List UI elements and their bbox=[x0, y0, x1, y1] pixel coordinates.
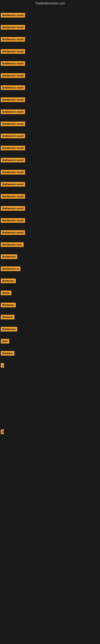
bottleneck-badge: Bottleneck result bbox=[1, 49, 25, 54]
bottleneck-badge: Bottleneck result bbox=[1, 85, 25, 90]
bottleneck-item: Bottleneck result bbox=[0, 158, 25, 162]
bottleneck-item: Bottlenec bbox=[0, 278, 16, 283]
bottleneck-badge: Bottleneck bbox=[1, 327, 17, 332]
bottleneck-badge: Bott bbox=[1, 339, 9, 344]
bottleneck-item: Bottleneck result bbox=[0, 146, 25, 150]
bottleneck-item: Bottleneck result bbox=[0, 110, 25, 114]
bottleneck-item: Bottleneck result bbox=[0, 182, 25, 186]
bottleneck-badge: Bottle bbox=[1, 290, 11, 295]
bottleneck-item: Bottleneck result bbox=[0, 206, 25, 211]
bottleneck-badge: Bottleneck result bbox=[1, 194, 25, 199]
bottleneck-item: Bottle bbox=[0, 290, 11, 295]
bottleneck-item: Bottleneck result bbox=[0, 194, 25, 199]
bottleneck-badge: | bbox=[1, 363, 4, 368]
bottleneck-badge: Bottleneck result bbox=[1, 61, 25, 66]
bottleneck-item: Bottleneck result bbox=[0, 13, 25, 18]
bottleneck-badge: Bottleneck result bbox=[1, 170, 25, 174]
bottleneck-item: | bbox=[0, 363, 4, 368]
bottleneck-item: Bottleneck re bbox=[0, 266, 20, 271]
bottleneck-badge: Bottleneck result bbox=[1, 13, 25, 18]
bottleneck-item: Bott bbox=[0, 339, 9, 344]
bottleneck-badge: B bbox=[1, 430, 4, 434]
page-title: TheBottlenecker.com bbox=[0, 0, 100, 7]
bottleneck-badge: Bottlene bbox=[1, 315, 14, 320]
bottleneck-item: Bottleneck result bbox=[0, 218, 25, 223]
bottleneck-item: Bottleneck result bbox=[0, 61, 25, 66]
bottleneck-badge: Bottlenec bbox=[1, 278, 16, 283]
bottleneck-item: Bottleneck result bbox=[0, 170, 25, 174]
bottleneck-badge: Bottleneck result bbox=[1, 25, 25, 30]
bottleneck-item: Bottleneck result bbox=[0, 49, 25, 54]
bottleneck-item: Bottlene bbox=[0, 351, 14, 356]
bottleneck-badge: Bottleneck bbox=[1, 254, 17, 259]
bottleneck-badge: Bottleneck re bbox=[1, 266, 20, 271]
bottleneck-item: Bottleneck bbox=[0, 254, 17, 259]
bottleneck-badge: Bottlene bbox=[1, 351, 14, 356]
bottleneck-item: B bbox=[0, 430, 4, 434]
bottleneck-badge: Bottleneck result bbox=[1, 37, 25, 42]
bottleneck-badge: Bottlenec bbox=[1, 303, 16, 307]
bottleneck-badge: Bottleneck result bbox=[1, 230, 25, 235]
bottleneck-badge: Bottleneck result bbox=[1, 206, 25, 211]
bottleneck-badge: Bottleneck result bbox=[1, 98, 25, 102]
bottleneck-item: Bottleneck resu bbox=[0, 242, 24, 247]
bottleneck-badge: Bottleneck result bbox=[1, 110, 25, 114]
bottleneck-item: Bottleneck result bbox=[0, 230, 25, 235]
bottleneck-item: Bottleneck result bbox=[0, 37, 25, 42]
items-container: Bottleneck resultBottleneck resultBottle… bbox=[0, 7, 100, 643]
bottleneck-item: Bottleneck result bbox=[0, 85, 25, 90]
bottleneck-badge: Bottleneck result bbox=[1, 182, 25, 186]
bottleneck-badge: Bottleneck result bbox=[1, 134, 25, 138]
bottleneck-item: Bottleneck result bbox=[0, 25, 25, 30]
bottleneck-item: Bottleneck result bbox=[0, 122, 25, 126]
bottleneck-item: Bottleneck result bbox=[0, 98, 25, 102]
bottleneck-badge: Bottleneck result bbox=[1, 122, 25, 126]
bottleneck-badge: Bottleneck result bbox=[1, 158, 25, 162]
bottleneck-item: Bottlene bbox=[0, 315, 14, 320]
bottleneck-badge: Bottleneck result bbox=[1, 73, 25, 78]
bottleneck-item: Bottleneck bbox=[0, 327, 17, 332]
bottleneck-badge: Bottleneck result bbox=[1, 146, 25, 150]
bottleneck-badge: Bottleneck result bbox=[1, 218, 25, 223]
bottleneck-item: Bottleneck result bbox=[0, 73, 25, 78]
bottleneck-badge: Bottleneck resu bbox=[1, 242, 24, 247]
bottleneck-item: Bottleneck result bbox=[0, 134, 25, 138]
bottleneck-item: Bottlenec bbox=[0, 303, 16, 307]
